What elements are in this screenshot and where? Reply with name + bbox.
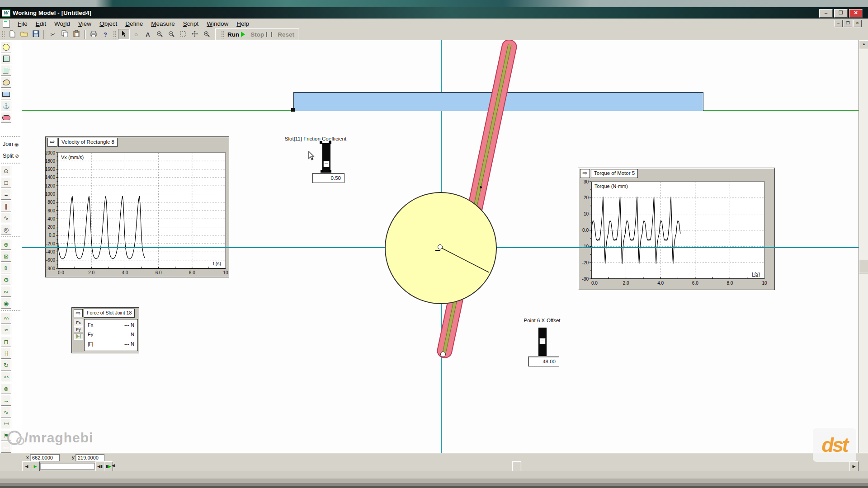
- friction-slider[interactable]: [322, 143, 330, 173]
- polygon-body-tool[interactable]: [1, 65, 11, 76]
- rectangle-body-tool[interactable]: [1, 89, 11, 99]
- y-coordinate-value[interactable]: 219.0000: [75, 454, 104, 461]
- rod-end-pin-icon[interactable]: [440, 352, 446, 357]
- minimize-button[interactable]: –: [819, 9, 833, 18]
- xoffset-slider-thumb[interactable]: [539, 338, 546, 344]
- xoffset-slider[interactable]: [538, 328, 547, 356]
- menu-item-edit[interactable]: Edit: [32, 19, 50, 28]
- close-button[interactable]: ✕: [849, 9, 863, 18]
- print-button[interactable]: [88, 29, 99, 39]
- meter-arrow-icon[interactable]: ⇨: [74, 309, 83, 317]
- torque-meter-window[interactable]: ⇨ Torque of Motor 5 3020100.0-10-20-300.…: [578, 168, 775, 290]
- reset-button[interactable]: Reset: [278, 31, 294, 38]
- run-panel-handle[interactable]: [221, 30, 224, 38]
- pin-joint-tool[interactable]: ⊕: [1, 239, 11, 250]
- selection-handle[interactable]: [329, 170, 331, 173]
- toolbar-handle[interactable]: [2, 30, 5, 38]
- run-button[interactable]: Run: [227, 31, 239, 38]
- vertical-scroll-thumb[interactable]: [859, 260, 868, 273]
- spline-tool[interactable]: ∿: [1, 407, 11, 418]
- split-button[interactable]: Split⊘: [1, 150, 21, 161]
- cut-button[interactable]: ✂: [47, 29, 58, 39]
- mdi-restore-button[interactable]: ❐: [844, 20, 852, 27]
- menu-item-view[interactable]: View: [74, 19, 95, 28]
- curved-slot-tool[interactable]: ∿: [1, 212, 11, 223]
- pulley-tool[interactable]: ∞: [1, 263, 11, 273]
- gears-tool[interactable]: ◉: [1, 298, 11, 309]
- vertical-scrollbar[interactable]: ▲ ▼: [859, 40, 868, 462]
- menu-item-file[interactable]: File: [14, 19, 32, 28]
- force-tool[interactable]: →: [1, 395, 11, 406]
- menu-item-window[interactable]: Window: [203, 19, 232, 28]
- x-coordinate-value[interactable]: 662.0000: [30, 454, 60, 461]
- tape-position-track[interactable]: [40, 463, 95, 470]
- curved-body-tool[interactable]: [1, 77, 11, 88]
- gear-joint-tool[interactable]: ⚙: [1, 274, 11, 285]
- rope-tool[interactable]: ≈: [1, 324, 11, 335]
- point-6-marker[interactable]: [480, 186, 482, 188]
- meter-tool[interactable]: ⊦⊣: [1, 418, 11, 429]
- actuator-tool[interactable]: ╞╡: [1, 348, 11, 359]
- menu-item-world[interactable]: World: [50, 19, 74, 28]
- select-tool-button[interactable]: [118, 29, 130, 40]
- ring-tool[interactable]: ◎: [1, 224, 11, 235]
- torque-tool[interactable]: ↻: [1, 360, 11, 371]
- meter-arrow-icon[interactable]: ⇨: [47, 138, 57, 147]
- zoom-extents-button[interactable]: [201, 29, 212, 39]
- menu-item-define[interactable]: Define: [121, 19, 147, 28]
- simulation-canvas[interactable]: ⇨ Velocity of Rectangle 8 20001800160014…: [22, 40, 859, 453]
- cam-tool[interactable]: ∾: [1, 286, 11, 297]
- title-bar[interactable]: W Working Model - [Untitled4]: [0, 7, 868, 19]
- paste-button[interactable]: [71, 29, 82, 39]
- join-button[interactable]: Join◉: [1, 139, 21, 150]
- menu-item-script[interactable]: Script: [179, 19, 203, 28]
- tape-rewind-button[interactable]: ◀: [22, 461, 31, 471]
- xoffset-value-box[interactable]: 48.00: [528, 357, 559, 366]
- text-tool-button[interactable]: A: [142, 29, 153, 39]
- scroll-up-button[interactable]: ▲: [859, 40, 868, 49]
- save-button[interactable]: [30, 29, 41, 39]
- zoom-box-button[interactable]: [178, 29, 189, 39]
- zoom-in-button[interactable]: [154, 29, 165, 39]
- rectangle-handle[interactable]: [291, 108, 295, 112]
- open-file-button[interactable]: [19, 29, 29, 39]
- force-panel-window[interactable]: ⇨ Force of Slot Joint 18 Fx Fy |F| Fx---…: [71, 307, 139, 353]
- rotate-tool-button[interactable]: ○: [131, 29, 142, 39]
- anchor-tool[interactable]: ⚓: [1, 100, 11, 111]
- menu-item-object[interactable]: Object: [95, 19, 121, 28]
- friction-slider-thumb[interactable]: [323, 161, 330, 167]
- stop-button[interactable]: Stop: [250, 31, 264, 38]
- mdi-close-button[interactable]: ✕: [853, 20, 862, 27]
- new-file-button[interactable]: [7, 29, 18, 39]
- fx-toggle-button[interactable]: Fx: [74, 319, 83, 326]
- horizontal-scroll-thumb[interactable]: [512, 461, 521, 471]
- damper-tool[interactable]: ⊓: [1, 336, 11, 347]
- circle-body-tool[interactable]: [1, 42, 11, 52]
- pan-tool-button[interactable]: [189, 29, 200, 39]
- selection-handle[interactable]: [321, 170, 323, 173]
- fy-toggle-button[interactable]: Fy: [74, 326, 83, 333]
- friction-value-box[interactable]: 0.50: [312, 173, 344, 183]
- motor-tool[interactable]: ⊚: [1, 383, 11, 394]
- toolbar-handle[interactable]: [113, 30, 116, 38]
- velocity-meter-window[interactable]: ⇨ Velocity of Rectangle 8 20001800160014…: [45, 136, 229, 277]
- menu-item-measure[interactable]: Measure: [147, 19, 179, 28]
- help-button[interactable]: ?: [100, 29, 111, 39]
- rigid-joint-tool[interactable]: ⊠: [1, 251, 11, 262]
- selection-handle[interactable]: [320, 141, 322, 144]
- mdi-minimize-button[interactable]: –: [834, 20, 843, 27]
- tape-play-button[interactable]: ▶: [31, 461, 40, 471]
- fmag-toggle-button[interactable]: |F|: [74, 333, 83, 340]
- tape-step-back-button[interactable]: ◀▮: [95, 461, 104, 471]
- copy-button[interactable]: [59, 29, 70, 39]
- menu-item-help[interactable]: Help: [232, 19, 253, 28]
- selection-handle[interactable]: [329, 141, 331, 144]
- document-icon[interactable]: [3, 20, 10, 28]
- horizontal-slot-tool[interactable]: =: [1, 189, 11, 200]
- spring-tool[interactable]: ΛΛ: [1, 313, 11, 324]
- vertical-slot-tool[interactable]: ∥: [1, 201, 11, 211]
- meter-arrow-icon[interactable]: ⇨: [580, 169, 590, 178]
- square-body-tool[interactable]: [1, 53, 11, 64]
- point-element-tool[interactable]: ⊙: [1, 165, 11, 176]
- ratchet-tool[interactable]: ∧∧: [1, 371, 11, 382]
